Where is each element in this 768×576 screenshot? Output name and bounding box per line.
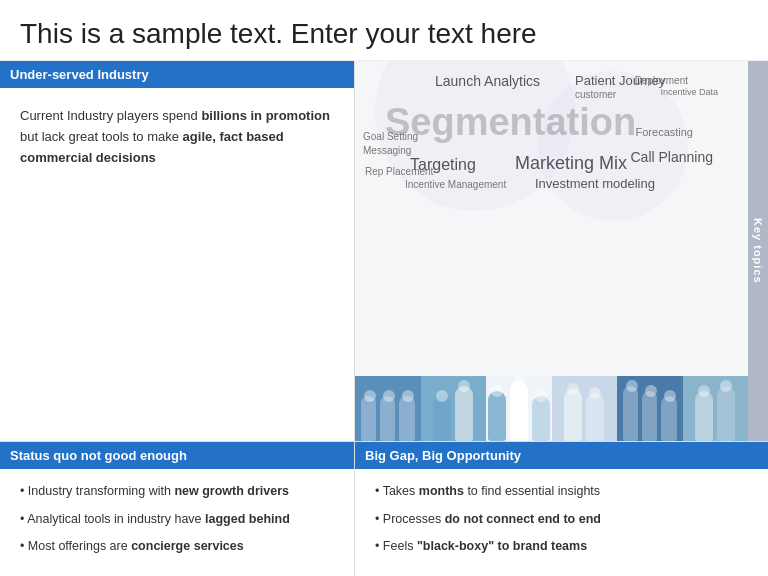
wc-goal-setting: Goal Setting <box>363 131 418 142</box>
photo-6 <box>683 376 749 441</box>
wc-incentive-data: Incentive Data <box>660 87 718 97</box>
status-quo-header: Status quo not good enough <box>0 442 354 469</box>
person-silhouette <box>488 391 506 441</box>
person-silhouette <box>510 381 528 441</box>
wc-targeting: Targeting <box>410 156 476 174</box>
bullet-2-text: Analytical tools in industry have <box>27 512 205 526</box>
wc-call-planning: Call Planning <box>631 149 714 165</box>
photo-2 <box>421 376 487 441</box>
person-silhouette <box>661 396 676 441</box>
wc-customer: customer <box>575 89 616 100</box>
left-panel: Under-served Industry Current Industry p… <box>0 61 355 441</box>
photo-4 <box>552 376 618 441</box>
body-text-2: but lack great tools to make <box>20 129 183 144</box>
person-silhouette <box>380 396 395 441</box>
page-title: This is a sample text. Enter your text h… <box>20 18 748 50</box>
key-topics-label: Key topics <box>748 61 768 441</box>
big-gap-bullets: Takes months to find essential insights … <box>355 474 768 565</box>
person-silhouette <box>361 396 376 441</box>
bullet-6-bold: "black-boxy" to brand teams <box>417 539 587 553</box>
bullet-3-text: Most offerings are <box>28 539 131 553</box>
person-silhouette <box>586 393 604 441</box>
wc-segmentation: Segmentation <box>385 101 636 144</box>
body-text-1: Current Industry players spend <box>20 108 201 123</box>
bullet-2: Analytical tools in industry have lagged… <box>12 506 342 534</box>
bullet-3-bold: concierge services <box>131 539 244 553</box>
person-silhouette <box>455 386 473 441</box>
bullet-4: Takes months to find essential insights <box>367 478 756 506</box>
wc-messaging: Messaging <box>363 145 411 156</box>
wc-forecasting: Forecasting <box>636 126 693 138</box>
bullet-5: Processes do not connect end to end <box>367 506 756 534</box>
person-silhouette <box>433 396 451 441</box>
bullet-6-text: Feels <box>383 539 417 553</box>
person-silhouette <box>532 396 550 441</box>
photo-1 <box>355 376 421 441</box>
bullet-5-bold: do not connect end to end <box>445 512 601 526</box>
bold-billions: billions in promotion <box>201 108 330 123</box>
main-content: Under-served Industry Current Industry p… <box>0 61 768 441</box>
photos-strip <box>355 376 748 441</box>
header: This is a sample text. Enter your text h… <box>0 0 768 61</box>
person-silhouette <box>717 386 735 441</box>
person-silhouette <box>623 386 638 441</box>
bullet-4-text: Takes <box>383 484 419 498</box>
bullet-1: Industry transforming with new growth dr… <box>12 478 342 506</box>
bullet-2-bold: lagged behind <box>205 512 290 526</box>
bullet-4-bold: months <box>419 484 464 498</box>
person-silhouette <box>564 389 582 441</box>
bullet-3: Most offerings are concierge services <box>12 533 342 561</box>
bottom-right-panel: Big Gap, Big Opportunity Takes months to… <box>355 442 768 576</box>
status-quo-bullets: Industry transforming with new growth dr… <box>0 474 354 565</box>
wc-deployment: Deployment <box>635 75 688 86</box>
underserved-industry-header: Under-served Industry <box>0 61 354 88</box>
person-silhouette <box>695 391 713 441</box>
right-panel: Launch Analytics Patient Journey custome… <box>355 61 768 441</box>
wc-launch-analytics: Launch Analytics <box>435 73 540 89</box>
bullet-1-text: Industry transforming with <box>28 484 175 498</box>
bottom-left-panel: Status quo not good enough Industry tran… <box>0 442 355 576</box>
person-silhouette <box>642 391 657 441</box>
wc-investment-modeling: Investment modeling <box>535 176 655 191</box>
bullet-6: Feels "black-boxy" to brand teams <box>367 533 756 561</box>
bullet-1-bold: new growth drivers <box>174 484 289 498</box>
left-body-text: Current Industry players spend billions … <box>0 88 354 178</box>
bullet-5-text: Processes <box>383 512 445 526</box>
bottom-sections: Status quo not good enough Industry tran… <box>0 441 768 576</box>
photo-3 <box>486 376 552 441</box>
person-silhouette <box>399 396 414 441</box>
photo-5 <box>617 376 683 441</box>
wc-incentive-mgmt: Incentive Management <box>405 179 506 190</box>
wc-marketing-mix: Marketing Mix <box>515 153 627 174</box>
bullet-4-text-2: to find essential insights <box>464 484 600 498</box>
big-gap-header: Big Gap, Big Opportunity <box>355 442 768 469</box>
